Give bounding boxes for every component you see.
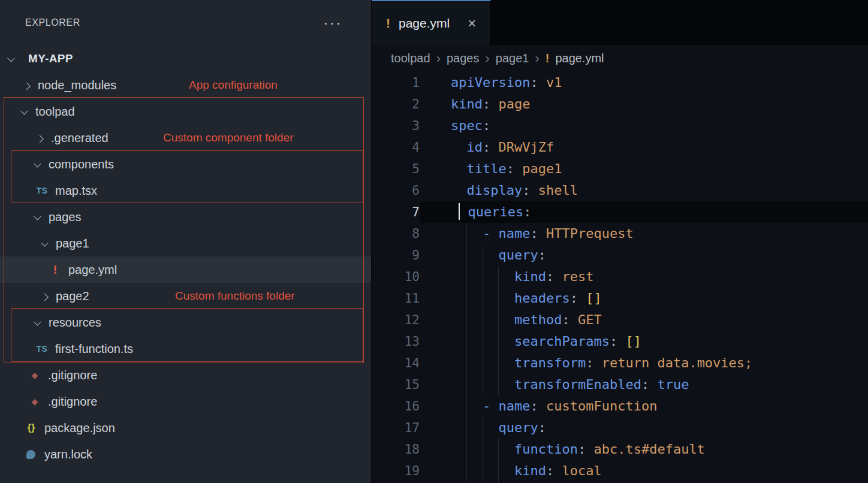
tree-item-label: .generated: [51, 131, 108, 145]
code-line-15[interactable]: 15 transformEnabled: true: [372, 374, 868, 396]
tree-item-components[interactable]: components: [0, 151, 371, 177]
line-number: 2: [372, 93, 420, 115]
code-line-text: id: DRwVjZf: [420, 137, 868, 158]
code-line-13[interactable]: 13 searchParams: []: [372, 331, 868, 352]
chevron-down-icon[interactable]: [34, 212, 41, 220]
code-line-3[interactable]: 3spec:: [372, 115, 868, 137]
tree-item-label: resources: [49, 316, 101, 330]
tree-root-label: MY-APP: [28, 52, 73, 65]
chevron-down-icon[interactable]: [20, 107, 28, 114]
code-line-text: query:: [420, 244, 868, 266]
code-line-text: kind: local: [420, 460, 868, 482]
tree-item-firstfn[interactable]: TSfirst-function.ts: [0, 336, 371, 362]
explorer-header: EXPLORER ···: [0, 0, 371, 46]
yarn-icon: [26, 450, 35, 459]
code-line-text: transformEnabled: true: [420, 374, 868, 396]
line-number: 18: [372, 439, 420, 460]
code-line-2[interactable]: 2kind: page: [372, 93, 868, 115]
tree-item-map[interactable]: TSmap.tsx: [0, 177, 371, 204]
tree-item-packagejson[interactable]: {}package.json: [0, 415, 371, 441]
annotation-label: Custom functions folder: [175, 289, 295, 303]
tree-item-gitignore1[interactable]: ◆.gitignore: [0, 362, 371, 388]
line-number: 6: [372, 180, 420, 201]
warning-icon: !: [545, 52, 550, 65]
code-line-4[interactable]: 4 id: DRwVjZf: [372, 137, 868, 158]
chevron-down-icon[interactable]: [34, 318, 41, 325]
tree-item-resources[interactable]: resources: [0, 309, 371, 336]
code-line-text: - name: HTTPrequest: [420, 223, 868, 244]
code-line-text: kind: page: [420, 93, 868, 115]
tree-item-page1[interactable]: page1: [0, 230, 371, 256]
code-line-text: method: GET: [420, 309, 868, 331]
file-tree: node_modulesApp configurationtoolpad.gen…: [0, 72, 371, 467]
chevron-down-icon[interactable]: [34, 159, 41, 167]
tree-item-label: node_modules: [38, 79, 116, 92]
tree-item-node_modules[interactable]: node_modulesApp configuration: [0, 72, 371, 98]
breadcrumb-item-toolpad[interactable]: toolpad: [391, 52, 430, 65]
line-number: 11: [372, 288, 420, 309]
line-number: 4: [372, 137, 420, 158]
code-line-text: spec:: [420, 115, 868, 137]
code-line-12[interactable]: 12 method: GET: [372, 309, 868, 331]
breadcrumb-item-file[interactable]: page.yml: [555, 52, 604, 65]
tree-item-label: map.tsx: [55, 184, 97, 198]
chevron-down-icon[interactable]: [7, 54, 15, 62]
code-line-10[interactable]: 10 kind: rest: [372, 266, 868, 288]
git-icon: ◆: [28, 397, 42, 406]
chevron-right-icon[interactable]: [41, 293, 49, 301]
tree-item-page2[interactable]: page2Custom functions folder: [0, 283, 371, 309]
code-line-7[interactable]: 7 queries:: [372, 201, 868, 223]
tree-item-label: .gitignore: [48, 369, 97, 382]
tab-page-yml[interactable]: ! page.yml ×: [372, 0, 491, 45]
typescript-icon: TS: [35, 344, 49, 354]
code-line-18[interactable]: 18 function: abc.ts#default: [372, 439, 868, 460]
tree-item-pageyml[interactable]: !page.yml: [0, 256, 371, 283]
line-number: 3: [372, 115, 420, 137]
code-line-8[interactable]: 8 - name: HTTPrequest: [372, 223, 868, 244]
line-number: 5: [372, 158, 420, 180]
code-line-text: kind: rest: [420, 266, 868, 288]
breadcrumb-item-pages[interactable]: pages: [447, 52, 480, 65]
code-line-19[interactable]: 19 kind: local: [372, 460, 868, 482]
tree-item-label: page.yml: [68, 263, 117, 277]
line-number: 12: [372, 309, 420, 331]
code-line-5[interactable]: 5 title: page1: [372, 158, 868, 180]
explorer-title: EXPLORER: [25, 17, 80, 28]
code-line-17[interactable]: 17 query:: [372, 417, 868, 439]
code-line-6[interactable]: 6 display: shell: [372, 180, 868, 201]
line-number: 15: [372, 374, 420, 396]
line-number: 14: [372, 352, 420, 374]
tree-item-label: package.json: [44, 421, 115, 435]
tree-item-gitignore2[interactable]: ◆.gitignore: [0, 388, 371, 415]
code-line-text: function: abc.ts#default: [420, 439, 868, 460]
code-line-1[interactable]: 1apiVersion: v1: [372, 72, 868, 93]
chevron-right-icon[interactable]: [23, 82, 31, 90]
chevron-right-icon[interactable]: [36, 135, 44, 143]
code-line-9[interactable]: 9 query:: [372, 244, 868, 266]
code-line-text: query:: [420, 417, 868, 439]
tree-item-toolpad[interactable]: toolpad: [0, 98, 371, 125]
code-line-text: apiVersion: v1: [420, 72, 868, 93]
chevron-right-icon: ›: [485, 52, 489, 65]
code-line-text: display: shell: [420, 180, 868, 201]
line-number: 8: [372, 223, 420, 244]
breadcrumb-item-page1[interactable]: page1: [496, 52, 529, 65]
tree-item-generated[interactable]: .generatedCustom component folder: [0, 125, 371, 151]
git-icon: ◆: [28, 370, 42, 380]
code-line-text: headers: []: [420, 288, 868, 309]
chevron-down-icon[interactable]: [41, 239, 49, 246]
tree-item-label: pages: [49, 210, 82, 224]
code-line-16[interactable]: 16 - name: customFunction: [372, 396, 868, 417]
code-line-14[interactable]: 14 transform: return data.movies;: [372, 352, 868, 374]
tree-root-my-app[interactable]: MY-APP: [0, 46, 371, 72]
tree-item-pages[interactable]: pages: [0, 204, 371, 230]
tree-item-label: .gitignore: [48, 395, 97, 409]
code-line-11[interactable]: 11 headers: []: [372, 288, 868, 309]
line-number: 9: [372, 244, 420, 266]
line-number: 16: [372, 396, 420, 417]
warning-icon: !: [386, 16, 390, 31]
close-icon[interactable]: ×: [468, 15, 476, 32]
code-editor[interactable]: 1apiVersion: v12kind: page3spec:4 id: DR…: [372, 72, 868, 483]
tree-item-yarnlock[interactable]: yarn.lock: [0, 441, 371, 467]
tree-item-label: page1: [56, 237, 89, 250]
